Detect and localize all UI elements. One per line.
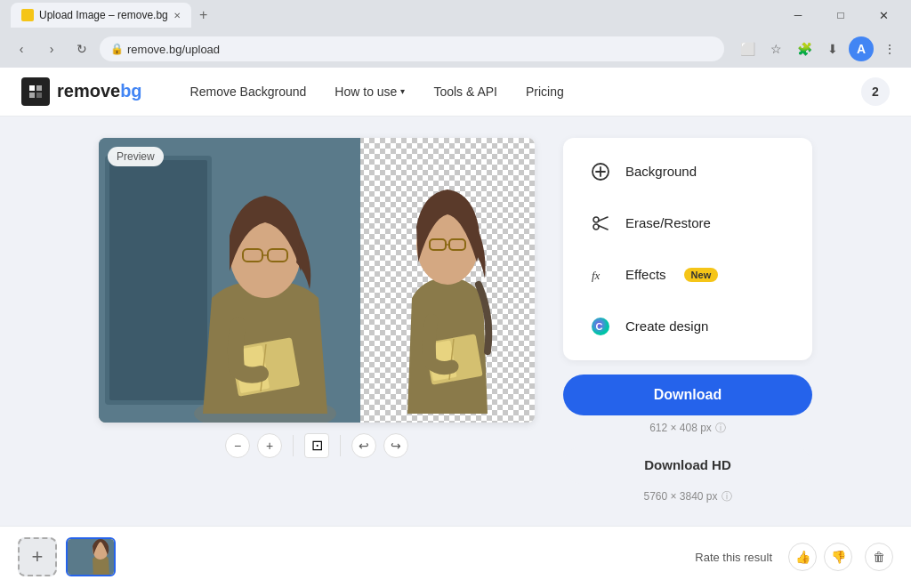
tab-favicon [21, 9, 34, 21]
svg-rect-6 [109, 160, 207, 400]
site-logo[interactable]: removebg [21, 77, 142, 106]
download-manager-icon[interactable]: ⬇ [820, 36, 845, 61]
erase-restore-label: Erase/Restore [625, 215, 711, 230]
compare-button[interactable]: ⊡ [304, 433, 329, 458]
reload-button[interactable]: ↻ [69, 36, 94, 61]
rating-buttons: 👍 👎 [788, 543, 852, 571]
sidebar-option-create-design[interactable]: C Create design [570, 302, 805, 351]
tab-close-button[interactable]: ✕ [173, 11, 181, 20]
nav-remove-background[interactable]: Remove Background [178, 77, 319, 106]
image-original [99, 138, 360, 423]
close-button[interactable]: ✕ [863, 0, 904, 30]
background-label: Background [625, 164, 697, 179]
thumbs-up-button[interactable]: 👍 [788, 543, 817, 571]
controls-divider-2 [340, 435, 341, 456]
thumbs-up-icon: 👍 [795, 550, 810, 564]
download-button[interactable]: Download [563, 375, 812, 415]
thumbs-down-icon: 👎 [831, 550, 846, 564]
delete-button[interactable]: 🗑 [865, 543, 893, 571]
svg-line-31 [599, 217, 609, 222]
tab-title: Upload Image – remove.bg [39, 9, 168, 21]
logo-text: removebg [57, 81, 142, 101]
thumbs-down-button[interactable]: 👎 [824, 543, 852, 571]
info-icon: ⓘ [715, 421, 726, 436]
nav-links: Remove Background How to use ▾ Tools & A… [178, 77, 576, 106]
canva-icon: C [588, 314, 613, 339]
fx-icon: fx [588, 262, 613, 287]
sidebar-option-background[interactable]: Background [570, 147, 805, 197]
logo-icon [21, 77, 50, 106]
redo-button[interactable]: ↪ [383, 433, 408, 458]
menu-button[interactable]: ⋮ [877, 36, 902, 61]
image-controls: − + ⊡ ↩ ↪ [225, 433, 408, 458]
svg-line-32 [599, 225, 609, 230]
forward-button[interactable]: › [39, 36, 64, 61]
svg-rect-0 [29, 85, 35, 91]
zoom-in-button[interactable]: + [257, 433, 282, 458]
sidebar: Background Erase/Restore [563, 138, 812, 504]
notification-badge[interactable]: 2 [861, 77, 890, 106]
sidebar-option-erase[interactable]: Erase/Restore [570, 198, 805, 248]
controls-divider [293, 435, 294, 456]
maximize-button[interactable]: □ [820, 0, 861, 30]
new-badge: New [684, 268, 719, 282]
image-area: Preview [99, 138, 535, 458]
nav-pricing[interactable]: Pricing [513, 77, 576, 106]
browser-tab[interactable]: Upload Image – remove.bg ✕ [11, 3, 191, 28]
back-button[interactable]: ‹ [9, 36, 34, 61]
create-design-label: Create design [625, 318, 708, 334]
image-preview-container: Preview [99, 138, 535, 423]
chevron-down-icon: ▾ [400, 86, 405, 96]
preview-badge: Preview [108, 147, 164, 166]
nav-how-to-use[interactable]: How to use ▾ [322, 77, 417, 106]
undo-button[interactable]: ↩ [351, 433, 376, 458]
rate-result-text: Rate this result [695, 551, 772, 564]
extensions-icon[interactable]: 🧩 [792, 36, 817, 61]
bookmark-icon[interactable]: ☆ [763, 36, 788, 61]
effects-label: Effects [625, 267, 666, 282]
minimize-button[interactable]: ─ [778, 0, 818, 30]
hd-info-icon: ⓘ [722, 489, 732, 504]
cast-icon[interactable]: ⬜ [735, 36, 760, 61]
svg-rect-2 [29, 93, 35, 98]
download-info: 612 × 408 px ⓘ [563, 421, 812, 436]
thumbnail-image[interactable] [66, 537, 116, 576]
plus-circle-icon [588, 159, 613, 184]
svg-rect-1 [36, 85, 42, 91]
address-bar[interactable]: 🔒 remove.bg/upload [100, 36, 724, 61]
svg-text:fx: fx [592, 269, 601, 282]
zoom-out-button[interactable]: − [225, 433, 250, 458]
sidebar-option-effects[interactable]: fx Effects New [570, 250, 805, 300]
trash-icon: 🗑 [873, 550, 885, 564]
download-hd-button[interactable]: Download HD [563, 447, 812, 484]
bottom-bar: + Rate this result 👍 👎 🗑 [0, 526, 911, 588]
new-tab-button[interactable]: + [191, 3, 216, 28]
add-image-button[interactable]: + [18, 537, 57, 576]
svg-rect-3 [36, 93, 42, 98]
url-text: remove.bg/upload [127, 43, 220, 56]
image-processed [360, 138, 535, 423]
profile-button[interactable]: A [849, 36, 874, 61]
scissors-icon [588, 211, 613, 236]
sidebar-options: Background Erase/Restore [563, 138, 812, 360]
download-hd-info: 5760 × 3840 px ⓘ [563, 489, 812, 504]
svg-text:C: C [596, 321, 603, 332]
nav-tools-api[interactable]: Tools & API [421, 77, 510, 106]
